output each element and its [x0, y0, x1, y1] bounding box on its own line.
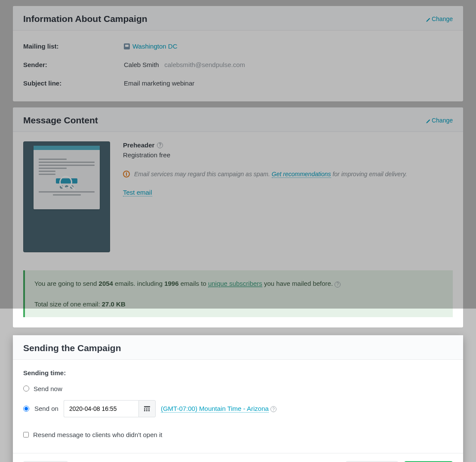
sending-card-header: Sending the Campaign: [13, 335, 463, 360]
send-now-label: Send now: [34, 385, 62, 392]
timezone-link[interactable]: (GMT-07:00) Mountain Time - Arizona: [161, 405, 269, 413]
resend-checkbox[interactable]: [23, 432, 29, 438]
pencil-icon: [426, 118, 430, 122]
mailing-list-name: Washington DC: [132, 43, 178, 50]
spam-warning-suffix: for improving email delivery.: [331, 171, 407, 177]
preheader-value: Registration free: [123, 151, 453, 159]
preheader-label: Preheader: [123, 141, 154, 149]
subject-label: Subject line:: [23, 80, 124, 87]
sending-card: Sending the Campaign Sending time: Send …: [13, 335, 463, 462]
datetime-input[interactable]: [64, 400, 138, 417]
summary-mid1: emails. including: [113, 280, 164, 287]
change-content-link[interactable]: Change: [426, 117, 453, 124]
sender-label: Sender:: [23, 61, 124, 68]
mailing-list-link[interactable]: Washington DC: [124, 43, 178, 50]
get-recommendations-link[interactable]: Get recommendations: [272, 171, 331, 178]
info-card-header: Information About Campaign Change: [13, 6, 463, 31]
mailing-list-label: Mailing list:: [23, 43, 124, 50]
change-info-label: Change: [432, 15, 453, 22]
content-card-header: Message Content Change: [13, 107, 463, 132]
warning-icon: [123, 171, 130, 177]
resend-label: Resend message to clients who didn't ope…: [33, 431, 163, 438]
sender-row: Sender: Caleb Smith calebsmith@sendpulse…: [23, 58, 453, 76]
calendar-icon: [144, 406, 150, 411]
summary-pre1: You are going to send: [34, 280, 99, 287]
send-on-radio[interactable]: [23, 406, 29, 412]
info-card: Information About Campaign Change Mailin…: [13, 6, 463, 101]
test-email-link[interactable]: Test email: [123, 189, 152, 196]
summary-mid2: emails to: [179, 280, 208, 287]
send-now-radio[interactable]: [23, 386, 29, 392]
sender-email: calebsmith@sendpulse.com: [164, 61, 245, 68]
subject-row: Subject line: Email marketing webinar: [23, 76, 453, 89]
subject-value: Email marketing webinar: [124, 80, 194, 87]
summary-count1: 2054: [99, 280, 113, 287]
help-icon[interactable]: ?: [270, 406, 276, 412]
help-icon[interactable]: ?: [335, 281, 341, 288]
sending-time-label: Sending time:: [23, 369, 453, 376]
calendar-button[interactable]: [138, 400, 156, 417]
template-preview[interactable]: [23, 141, 110, 252]
help-icon[interactable]: ?: [157, 142, 163, 148]
spam-warning-prefix: Email services may regard this campaign …: [134, 171, 272, 177]
sending-card-title: Sending the Campaign: [23, 343, 121, 353]
content-card-title: Message Content: [23, 115, 98, 125]
change-info-link[interactable]: Change: [426, 15, 453, 22]
content-card: Message Content Change: [13, 107, 463, 327]
mailing-list-row: Mailing list: Washington DC: [23, 39, 453, 58]
sender-name: Caleb Smith: [124, 61, 159, 68]
magnifier-icon: [59, 176, 72, 189]
summary-count2: 1996: [164, 280, 178, 287]
address-book-icon: [124, 43, 130, 49]
send-summary-box: You are going to send 2054 emails. inclu…: [23, 270, 453, 317]
summary-size-value: 27.0 KB: [102, 300, 126, 308]
pencil-icon: [426, 17, 430, 21]
change-content-label: Change: [432, 117, 453, 124]
send-on-label: Send on: [34, 405, 58, 412]
info-card-title: Information About Campaign: [23, 14, 147, 24]
summary-size-label: Total size of one email:: [34, 300, 102, 308]
unique-subscribers-link[interactable]: unique subscribers: [208, 280, 262, 288]
summary-post: you have mailed before.: [262, 280, 335, 287]
